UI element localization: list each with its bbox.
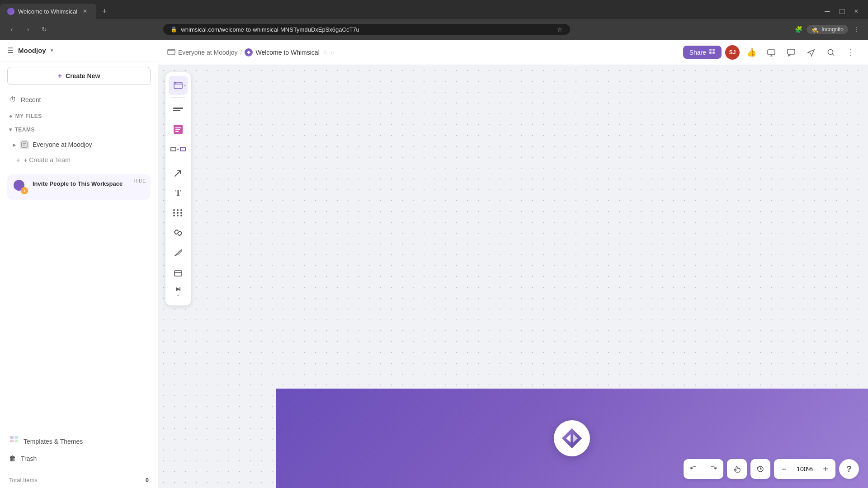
flowchart-icon xyxy=(170,147,186,151)
reload-button[interactable]: ↻ xyxy=(38,23,51,36)
flowchart-tool[interactable] xyxy=(169,140,188,159)
sync-icon: ○ xyxy=(331,49,335,56)
create-team-plus-icon: + xyxy=(16,156,20,164)
bookmark-icon[interactable]: ☆ xyxy=(557,26,563,33)
address-bar[interactable]: 🔒 whimsical.com/welcome-to-whimsical-MNS… xyxy=(163,24,570,35)
history-tool-group xyxy=(750,459,770,479)
trash-icon: 🗑 xyxy=(9,455,16,463)
top-bar: Everyone at Moodjoy / Welcome to Whimsic… xyxy=(158,40,868,65)
undo-button[interactable] xyxy=(684,459,703,479)
star-button[interactable]: ☆ xyxy=(322,49,328,56)
my-files-section[interactable]: ● MY FILES xyxy=(0,109,158,123)
more-tools-button[interactable]: + xyxy=(169,283,188,302)
new-tab-button[interactable]: + xyxy=(98,5,111,18)
share-label: Share xyxy=(689,49,706,56)
team-icon xyxy=(20,140,29,149)
canvas-area[interactable]: ▾ xyxy=(158,65,868,488)
user-avatar[interactable]: SJ xyxy=(725,45,740,60)
grid-icon xyxy=(173,209,183,216)
total-items-row: Total Items 0 xyxy=(0,472,158,488)
top-bar-right: Share SJ 👍 ⋮ xyxy=(683,44,859,61)
help-icon: ? xyxy=(847,465,852,474)
nav-section: ⏱ Recent xyxy=(0,90,158,109)
hamburger-icon[interactable]: ☰ xyxy=(7,46,14,55)
teams-section[interactable]: ▾ TEAMS xyxy=(0,123,158,136)
more-button[interactable]: ⋮ xyxy=(843,44,859,61)
avatar-plus-icon: + xyxy=(21,187,28,194)
breadcrumb-separator: / xyxy=(241,49,242,56)
undo-redo-group xyxy=(684,459,723,479)
lock-icon: 🔒 xyxy=(170,26,177,33)
chat-button[interactable] xyxy=(783,44,799,61)
pen-tool[interactable] xyxy=(169,243,188,262)
frame-selector-tool[interactable]: ▾ xyxy=(169,76,188,95)
share-button[interactable]: Share xyxy=(683,46,722,59)
create-team-label: + Create a Team xyxy=(24,156,71,164)
trash-item[interactable]: 🗑 Trash xyxy=(9,451,149,466)
svg-rect-14 xyxy=(712,49,715,51)
create-team-item[interactable]: + + Create a Team xyxy=(0,153,158,167)
sticky-note-tool[interactable] xyxy=(169,120,188,139)
recent-nav-item[interactable]: ⏱ Recent xyxy=(0,92,158,108)
canvas-toolbar: ▾ xyxy=(165,72,191,305)
workspace-folder-icon xyxy=(167,47,175,57)
svg-point-21 xyxy=(828,49,833,54)
maximize-button[interactable] xyxy=(835,5,848,18)
minimize-button[interactable] xyxy=(821,5,834,18)
forward-button[interactable]: › xyxy=(22,23,34,36)
back-button[interactable]: ‹ xyxy=(5,23,18,36)
sidebar-header: ☰ Moodjoy ▾ xyxy=(0,40,158,61)
workspace-dropdown-icon[interactable]: ▾ xyxy=(51,47,53,53)
zoom-in-button[interactable]: + xyxy=(816,459,835,479)
svg-rect-7 xyxy=(14,436,18,439)
browser-tab[interactable]: Welcome to Whimsical ✕ xyxy=(0,4,96,19)
svg-marker-36 xyxy=(562,428,582,448)
tab-title: Welcome to Whimsical xyxy=(18,8,77,15)
browser-menu-button[interactable]: ⋮ xyxy=(850,23,863,36)
redo-button[interactable] xyxy=(703,459,723,479)
svg-rect-13 xyxy=(709,49,712,51)
arrow-tool[interactable] xyxy=(169,164,188,183)
svg-rect-2 xyxy=(840,9,844,14)
frame-tool[interactable] xyxy=(169,263,188,282)
svg-rect-3 xyxy=(22,142,27,147)
clock-icon: ⏱ xyxy=(9,96,16,104)
my-files-label: MY FILES xyxy=(15,113,42,119)
templates-themes-item[interactable]: Templates & Themes xyxy=(9,432,149,451)
document-tool[interactable] xyxy=(169,100,188,119)
incognito-label: Incognito xyxy=(821,26,844,33)
hand-tool-button[interactable] xyxy=(727,459,747,479)
workspace-name: Moodjoy xyxy=(18,47,46,54)
svg-rect-16 xyxy=(712,52,715,54)
close-window-button[interactable]: ✕ xyxy=(850,5,863,18)
link-tool[interactable] xyxy=(169,223,188,242)
doc-name: Welcome to Whimsical xyxy=(255,49,319,56)
tool-separator-2 xyxy=(171,161,185,161)
send-button[interactable] xyxy=(803,44,819,61)
extensions-button[interactable]: 🧩 xyxy=(792,23,805,36)
breadcrumb: Everyone at Moodjoy / Welcome to Whimsic… xyxy=(167,47,335,57)
total-items-count: 0 xyxy=(146,477,149,483)
hide-invite-button[interactable]: HIDE xyxy=(134,178,146,183)
incognito-icon: 🕵 xyxy=(811,26,819,33)
svg-rect-17 xyxy=(768,50,775,55)
search-button[interactable] xyxy=(823,44,839,61)
like-button[interactable]: 👍 xyxy=(743,44,760,61)
help-button[interactable]: ? xyxy=(839,459,859,479)
svg-rect-9 xyxy=(14,440,18,442)
tool-dropdown-icon: ▾ xyxy=(184,84,186,88)
tab-favicon xyxy=(7,8,14,15)
zoom-out-button[interactable]: − xyxy=(774,459,794,479)
breadcrumb-current-doc: Welcome to Whimsical ☆ ○ xyxy=(245,48,335,56)
text-tool[interactable]: T xyxy=(169,183,188,202)
create-new-button[interactable]: + Create New xyxy=(7,67,151,85)
url-text: whimsical.com/welcome-to-whimsical-MNSTy… xyxy=(181,26,553,33)
history-button[interactable] xyxy=(750,459,770,479)
breadcrumb-workspace[interactable]: Everyone at Moodjoy xyxy=(167,47,238,57)
present-button[interactable] xyxy=(763,44,779,61)
tab-close-button[interactable]: ✕ xyxy=(81,7,89,15)
svg-marker-33 xyxy=(176,287,180,291)
invite-avatar: + xyxy=(14,180,28,194)
grid-tool[interactable] xyxy=(169,203,188,222)
team-item[interactable]: ▶ Everyone at Moodjoy xyxy=(0,136,158,153)
